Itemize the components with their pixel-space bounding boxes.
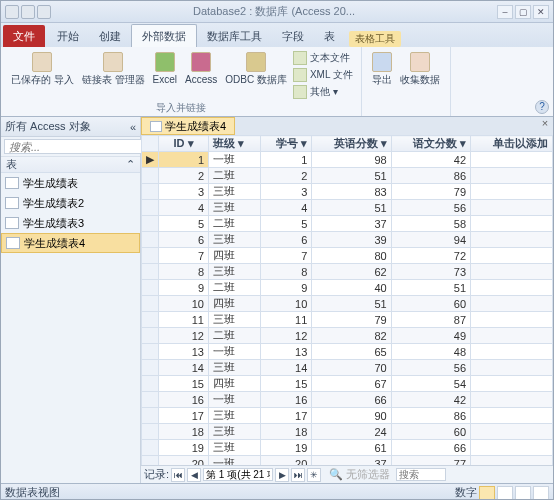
window-title: Database2 : 数据库 (Access 20... (51, 4, 497, 19)
title-bar: Database2 : 数据库 (Access 20... –▢✕ (1, 1, 553, 23)
table-row[interactable]: 2二班25186 (142, 168, 553, 184)
context-tab-group: 表格工具 (349, 31, 401, 47)
export-button[interactable]: 导出 (368, 50, 396, 87)
table-icon (5, 177, 19, 189)
nav-search-input[interactable] (4, 139, 153, 154)
tab-table[interactable]: 表 (314, 25, 345, 47)
table-row[interactable]: 3三班38379 (142, 184, 553, 200)
filter-indicator: 🔍 无筛选器 (329, 467, 390, 482)
odbc-button[interactable]: ODBC 数据库 (221, 50, 291, 87)
table-row[interactable]: 8三班86273 (142, 264, 553, 280)
table-row[interactable]: 11三班117987 (142, 312, 553, 328)
nav-last-button[interactable]: ⏭ (291, 468, 305, 482)
tab-home[interactable]: 开始 (47, 25, 89, 47)
table-icon (150, 121, 162, 132)
tab-fields[interactable]: 字段 (272, 25, 314, 47)
view-pivot-button[interactable] (533, 486, 549, 500)
table-icon (5, 217, 19, 229)
grid-search-input[interactable] (396, 468, 446, 481)
table-row[interactable]: ▶1一班19842 (142, 152, 553, 168)
table-row[interactable]: 9二班94051 (142, 280, 553, 296)
nav-item-0[interactable]: 学生成绩表 (1, 173, 140, 193)
collect-data-button[interactable]: 收集数据 (396, 50, 444, 87)
nav-header[interactable]: 所有 Access 对象« (1, 117, 140, 137)
table-row[interactable]: 5二班53758 (142, 216, 553, 232)
col-header-3[interactable]: 学号 ▾ (261, 136, 312, 152)
excel-button[interactable]: Excel (149, 50, 181, 87)
collapse-icon[interactable]: « (130, 121, 136, 133)
qat-undo-icon[interactable] (37, 5, 51, 19)
navigation-pane: 所有 Access 对象« 🔍 表⌃ 学生成绩表学生成绩表2学生成绩表3学生成绩… (1, 117, 141, 483)
col-header-5[interactable]: 语文分数 ▾ (391, 136, 470, 152)
app-icon (5, 5, 19, 19)
access-button[interactable]: Access (181, 50, 221, 87)
close-button[interactable]: ✕ (533, 5, 549, 19)
saved-imports-button[interactable]: 已保存的 导入 (7, 50, 78, 87)
max-button[interactable]: ▢ (515, 5, 531, 19)
ribbon-tabs: 文件 开始 创建 外部数据 数据库工具 字段 表 表格工具 (1, 23, 553, 47)
doc-tab-active[interactable]: 学生成绩表4 (141, 117, 235, 135)
status-bar: 数据表视图 数字 (1, 483, 553, 500)
view-sql-button[interactable] (515, 486, 531, 500)
table-row[interactable]: 14三班147056 (142, 360, 553, 376)
table-row[interactable]: 17三班179086 (142, 408, 553, 424)
qat-save-icon[interactable] (21, 5, 35, 19)
col-header-0[interactable] (142, 136, 159, 152)
table-row[interactable]: 7四班78072 (142, 248, 553, 264)
min-button[interactable]: – (497, 5, 513, 19)
nav-item-3[interactable]: 学生成绩表4 (1, 233, 140, 253)
tab-create[interactable]: 创建 (89, 25, 131, 47)
table-row[interactable]: 15四班156754 (142, 376, 553, 392)
nav-item-2[interactable]: 学生成绩表3 (1, 213, 140, 233)
ribbon: 已保存的 导入 链接表 管理器 Excel Access ODBC 数据库 文本… (1, 47, 553, 117)
table-icon (5, 197, 19, 209)
col-header-4[interactable]: 英语分数 ▾ (312, 136, 391, 152)
text-file-button[interactable]: 文本文件 (291, 50, 355, 66)
other-menu-button[interactable]: 其他 ▾ (291, 84, 355, 100)
table-row[interactable]: 10四班105160 (142, 296, 553, 312)
tab-dbtools[interactable]: 数据库工具 (197, 25, 272, 47)
table-row[interactable]: 12二班128249 (142, 328, 553, 344)
nav-item-1[interactable]: 学生成绩表2 (1, 193, 140, 213)
table-row[interactable]: 6三班63994 (142, 232, 553, 248)
status-view-label: 数据表视图 (5, 485, 60, 500)
nav-next-button[interactable]: ▶ (275, 468, 289, 482)
tab-file[interactable]: 文件 (3, 25, 45, 47)
record-navigator: 记录: ⏮◀ ▶⏭✳ 🔍 无筛选器 (141, 465, 553, 483)
record-position[interactable] (203, 468, 273, 481)
group-label-import: 导入并链接 (1, 101, 361, 115)
view-datasheet-button[interactable] (479, 486, 495, 500)
nav-prev-button[interactable]: ◀ (187, 468, 201, 482)
nav-category-tables[interactable]: 表⌃ (1, 157, 140, 173)
linked-table-button[interactable]: 链接表 管理器 (78, 50, 149, 87)
table-row[interactable]: 20一班203777 (142, 456, 553, 466)
table-row[interactable]: 4三班45156 (142, 200, 553, 216)
view-design-button[interactable] (497, 486, 513, 500)
xml-file-button[interactable]: XML 文件 (291, 67, 355, 83)
col-header-2[interactable]: 班级 ▾ (209, 136, 261, 152)
table-row[interactable]: 18三班182460 (142, 424, 553, 440)
chevron-up-icon: ⌃ (126, 158, 135, 171)
table-icon (6, 237, 20, 249)
data-grid[interactable]: ID ▾班级 ▾学号 ▾英语分数 ▾语文分数 ▾单击以添加▶1一班198422二… (141, 135, 553, 465)
nav-first-button[interactable]: ⏮ (171, 468, 185, 482)
tab-external-data[interactable]: 外部数据 (131, 24, 197, 47)
table-row[interactable]: 16一班166642 (142, 392, 553, 408)
help-icon[interactable]: ? (535, 100, 549, 114)
document-tabs: 学生成绩表4 × (141, 117, 553, 135)
table-row[interactable]: 13一班136548 (142, 344, 553, 360)
col-header-6[interactable]: 单击以添加 (471, 136, 553, 152)
col-header-1[interactable]: ID ▾ (159, 136, 209, 152)
nav-new-button[interactable]: ✳ (307, 468, 321, 482)
status-mode: 数字 (455, 485, 477, 500)
close-tab-button[interactable]: × (537, 117, 553, 135)
table-row[interactable]: 19三班196166 (142, 440, 553, 456)
